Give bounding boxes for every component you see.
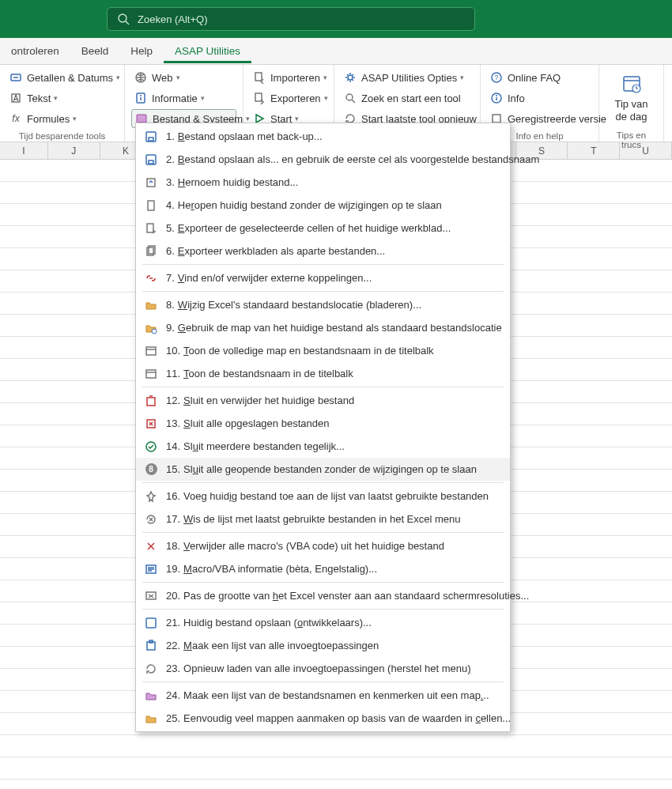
menu-list-files[interactable]: 24. Maak een lijst van de bestandsnamen … [136,684,510,707]
folder-icon [144,712,158,726]
folder-icon [144,298,158,312]
svg-line-14 [352,100,355,103]
svg-rect-36 [146,370,156,378]
menu-save-backup[interactable]: 1. Bestand opslaan met back-up... [136,125,510,148]
svg-point-33 [152,329,157,334]
menu-separator [142,387,504,387]
save-icon [144,153,158,167]
menu-vba-info[interactable]: 19. Macro/VBA informatie (bèta, Engelsta… [136,557,510,580]
chevron-down-icon: ▾ [176,74,180,81]
svg-rect-9 [137,115,146,123]
info-icon [134,92,147,104]
save-icon [144,616,158,630]
numbers-icon [9,71,22,84]
chevron-down-icon: ▾ [460,74,464,81]
menu-save-dev[interactable]: 21. Huidig bestand opslaan (ontwikkelaar… [136,611,510,634]
menu-window-size[interactable]: 20. Pas de grootte van het Excel venster… [136,584,510,607]
numbers-dates-button[interactable]: Getallen & Datums▾ [6,68,118,87]
chevron-down-icon: ▾ [323,74,327,81]
chevron-down-icon: ▾ [324,94,328,102]
close-icon [144,417,158,431]
menu-rename-file[interactable]: 3. Hernoem huidig bestand... [136,171,510,194]
reload-icon [144,662,158,676]
svg-rect-29 [148,201,154,210]
link-icon [144,271,158,285]
search-tool-button[interactable]: Zoek en start een tool [341,89,474,108]
menu-reopen-no-save[interactable]: 4. Heropen huidig bestand zonder de wijz… [136,194,510,217]
svg-rect-27 [149,160,153,164]
svg-rect-30 [147,224,153,232]
menu-create-folders[interactable]: 25. Eenvoudig veel mappen aanmaken op ba… [136,707,510,730]
chevron-down-icon: ▾ [116,74,120,81]
import-button[interactable]: Importeren▾ [250,68,327,87]
menu-close-multiple[interactable]: 14. Sluit meerdere bestanden tegelijk... [136,435,510,458]
menu-default-location[interactable]: 8. Wijzig Excel's standaard bestandsloca… [136,293,510,316]
menu-find-links[interactable]: 7. Vind en/of verwijder externe koppelin… [136,266,510,289]
menu-separator [142,291,504,292]
group-label-tools: Tijd besparende tools [6,128,118,142]
menu-remove-macros[interactable]: 18. Verwijder alle macro's (VBA code) ui… [136,534,510,557]
menu-close-all-no-save[interactable]: 8 15. Sluit alle geopende bestanden zond… [136,458,510,481]
menu-full-path-titlebar[interactable]: 10. Toon de volledige map en bestandsnaa… [136,339,510,362]
menu-export-sheets[interactable]: 6. Exporteer werkbladen als aparte besta… [136,240,510,262]
menu-separator [142,582,504,583]
text-button[interactable]: A Tekst▾ [6,89,118,108]
resize-icon [144,589,158,603]
info-button[interactable]: Info [487,89,592,108]
file-icon [144,198,158,213]
save-icon [144,130,158,144]
col-i[interactable]: I [0,142,48,159]
col-u[interactable]: U [620,142,672,159]
folder-icon [144,321,158,335]
export-button[interactable]: Exporteren▾ [250,89,327,108]
delete-icon [144,394,158,408]
folder-list-icon [144,689,158,703]
menu-filename-titlebar[interactable]: 11. Toon de bestandsnaam in de titelbalk [136,362,510,385]
vba-icon [144,562,158,576]
search-placeholder: Zoeken (Alt+Q) [138,13,208,25]
menu-separator [142,609,504,610]
menu-use-current-folder[interactable]: 9. Gebruik de map van het huidige bestan… [136,316,510,339]
svg-line-1 [126,21,129,25]
menu-list-addins[interactable]: 22. Maak een lijst van alle invoegtoepas… [136,634,510,657]
svg-rect-43 [146,618,156,628]
chevron-down-icon: ▾ [73,115,77,123]
menu-add-recent[interactable]: 16. Voeg huidig bestand toe aan de lijst… [136,485,510,508]
fx-icon: fx [9,112,22,125]
search-box[interactable]: Zoeken (Alt+Q) [107,7,475,31]
col-t[interactable]: T [568,142,620,159]
svg-point-7 [140,95,142,96]
tip-of-day-button[interactable]: Tip van de dag [606,68,657,127]
web-icon [134,71,147,84]
menu-reload-addins[interactable]: 23. Opnieuw laden van alle invoegtoepass… [136,657,510,680]
menu-separator [142,532,504,533]
tab-asap-utilities[interactable]: ASAP Utilities [164,39,251,63]
menu-close-delete[interactable]: 12. Sluit en verwijder het huidige besta… [136,389,510,412]
calendar-icon [621,73,643,95]
chevron-down-icon: ▾ [201,94,205,102]
tab-controleren[interactable]: ontroleren [0,39,70,63]
online-faq-button[interactable]: ? Online FAQ [487,68,592,87]
web-button[interactable]: Web▾ [131,68,236,87]
clear-icon [144,512,158,527]
tab-help[interactable]: Help [119,39,164,63]
menu-close-saved[interactable]: 13. Sluit alle opgeslagen bestanden [136,412,510,435]
information-button[interactable]: Informatie▾ [131,89,236,108]
asap-options-button[interactable]: ASAP Utilities Opties▾ [341,68,474,87]
rename-icon [144,176,158,190]
menu-clear-recent[interactable]: 17. Wis de lijst met laatst gebruikte be… [136,508,510,530]
menu-save-as-cell[interactable]: 2. Bestand opslaan als... en gebruik de … [136,148,510,171]
tab-beeld[interactable]: Beeld [70,39,120,63]
formulas-button[interactable]: fx Formules▾ [6,109,118,128]
export-icon [144,221,158,236]
chevron-down-icon: ▾ [54,94,58,102]
window-icon [144,344,158,358]
help-icon: ? [490,71,503,84]
svg-rect-34 [146,347,156,355]
col-j[interactable]: J [48,142,100,159]
menu-export-selection[interactable]: 5. Exporteer de geselecteerde cellen of … [136,217,510,240]
svg-rect-28 [147,179,155,187]
menu-separator [142,482,504,483]
menu-separator [142,681,504,682]
svg-rect-38 [147,398,155,406]
